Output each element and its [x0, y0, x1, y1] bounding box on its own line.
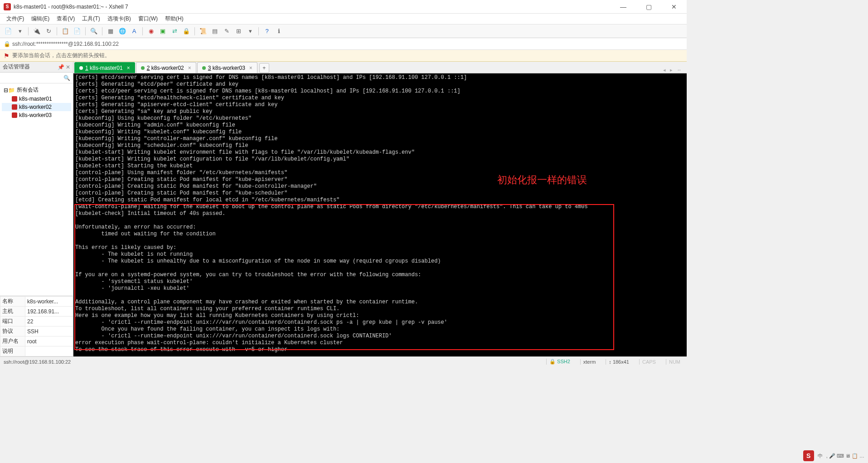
script-icon[interactable]: 📜 [199, 27, 208, 36]
size-icon: ↕ [609, 359, 611, 365]
status-dot-icon [202, 66, 206, 70]
close-button[interactable]: ✕ [665, 3, 683, 10]
status-num: NUM [666, 359, 683, 365]
menubar: 文件(F) 编辑(E) 查看(V) 工具(T) 选项卡(B) 窗口(W) 帮助(… [0, 14, 687, 24]
property-row: 主机192.168.91... [0, 307, 73, 317]
window-titlebar: S k8s-master01 - root@k8s-master01:~ - X… [0, 0, 687, 14]
paste-icon[interactable]: 📄 [73, 27, 82, 36]
tree-root[interactable]: ⊟ 📁 所有会话 [2, 85, 71, 95]
session-tree-item[interactable]: k8s-worker02 [2, 103, 71, 111]
address-url: ssh://root:***************@192.168.91.10… [12, 41, 119, 47]
font-icon[interactable]: A [130, 27, 139, 36]
tab-close-icon[interactable]: × [249, 65, 252, 71]
reconnect-icon[interactable]: ↻ [44, 27, 53, 36]
terminal-view[interactable]: [certs] etcd/server serving cert is sign… [73, 73, 687, 356]
status-size: ↕ 186x41 [606, 359, 632, 365]
connect-icon[interactable]: 🔌 [32, 27, 41, 36]
session-icon [12, 112, 17, 118]
annotation-text: 初始化报一样的错误 [497, 173, 587, 187]
session-properties: 名称k8s-worker...主机192.168.91...端口22协议SSH用… [0, 296, 73, 356]
property-row: 名称k8s-worker... [0, 297, 73, 307]
session-tab[interactable]: 3 k8s-worker03× [197, 62, 257, 73]
transfer-icon[interactable]: ⇄ [170, 27, 179, 36]
filter-icon[interactable]: 🔍 [63, 75, 70, 81]
tab-close-icon[interactable]: × [188, 65, 191, 71]
session-tab[interactable]: 2 k8s-worker02× [136, 62, 196, 73]
new-tab-button[interactable]: + [259, 63, 269, 73]
status-term: xterm [580, 359, 599, 365]
session-icon [12, 104, 17, 110]
status-dot-icon [79, 66, 83, 70]
minimize-button[interactable]: — [614, 3, 632, 10]
collapse-icon[interactable]: ⊟ [4, 87, 8, 93]
session-tree-item[interactable]: k8s-worker03 [2, 111, 71, 119]
record-icon[interactable]: ◉ [146, 27, 155, 36]
copy-icon[interactable]: 📋 [61, 27, 70, 36]
info-flag-icon: ⚑ [4, 52, 10, 59]
session-manager-tools: 🔍 [0, 73, 73, 83]
menu-help[interactable]: 帮助(H) [162, 14, 186, 24]
app-icon: S [4, 3, 11, 10]
search-icon[interactable]: 🔍 [89, 27, 98, 36]
lock-icon[interactable]: 🔒 [182, 27, 191, 36]
new-session-icon[interactable]: 📄 [4, 27, 13, 36]
folder-icon: 📁 [8, 87, 15, 93]
infobar: ⚑ 要添加当前会话，点击左侧的箭头按钮。 [0, 50, 687, 62]
folder-icon[interactable]: ▣ [158, 27, 167, 36]
menu-file[interactable]: 文件(F) [4, 14, 27, 24]
property-row: 协议SSH [0, 327, 73, 336]
layout-dropdown-icon[interactable]: ▾ [246, 27, 255, 36]
menu-options[interactable]: 选项卡(B) [105, 14, 134, 24]
session-tab[interactable]: 1 k8s-master01× [74, 62, 135, 73]
tab-nav-arrows[interactable]: ◂ ▸ ↔ [659, 67, 687, 73]
statusbar: ssh://root@192.168.91.100:22 🔒 SSH2 xter… [0, 356, 687, 366]
help-icon[interactable]: ? [262, 27, 272, 36]
palette-icon[interactable]: ▦ [106, 27, 115, 36]
property-row: 用户名root [0, 336, 73, 346]
window-title: k8s-master01 - root@k8s-master01:~ - Xsh… [14, 4, 614, 10]
menu-window[interactable]: 窗口(W) [136, 14, 160, 24]
session-manager-title: 会话管理器 📌 ✕ [0, 62, 73, 73]
menu-edit[interactable]: 编辑(E) [29, 14, 52, 24]
infobar-text: 要添加当前会话，点击左侧的箭头按钮。 [12, 52, 110, 59]
tab-close-icon[interactable]: × [127, 65, 130, 71]
session-tabbar: 1 k8s-master01×2 k8s-worker02×3 k8s-work… [73, 62, 687, 73]
status-dot-icon [141, 66, 145, 70]
dropdown-icon[interactable]: ▾ [15, 27, 24, 36]
terminal-output: [certs] etcd/server serving cert is sign… [73, 73, 687, 354]
addressbar[interactable]: 🔒 ssh://root:***************@192.168.91.… [0, 38, 687, 50]
property-row: 端口22 [0, 317, 73, 327]
compose-icon[interactable]: ✎ [222, 27, 231, 36]
toolbar: 📄 ▾ 🔌 ↻ 📋 📄 🔍 ▦ 🌐 A ◉ ▣ ⇄ 🔒 📜 ▤ ✎ ⊞ ▾ ? … [0, 24, 687, 38]
globe-icon[interactable]: 🌐 [118, 27, 127, 36]
menu-view[interactable]: 查看(V) [54, 14, 78, 24]
layout-icon[interactable]: ⊞ [234, 27, 243, 36]
ssl-lock-icon: 🔒 [4, 41, 10, 47]
session-icon [12, 96, 17, 102]
session-manager-panel: 会话管理器 📌 ✕ 🔍 ⊟ 📁 所有会话 k8s-master01k8s-wor… [0, 62, 73, 356]
maximize-button[interactable]: ▢ [640, 3, 658, 10]
property-row: 说明 [0, 346, 73, 356]
status-caps: CAPS [639, 359, 659, 365]
macro-icon[interactable]: ▤ [210, 27, 219, 36]
pin-icon[interactable]: 📌 ✕ [58, 64, 70, 70]
status-connection: ssh://root@192.168.91.100:22 [4, 359, 539, 365]
session-tree-item[interactable]: k8s-master01 [2, 95, 71, 103]
about-icon[interactable]: ℹ [274, 27, 283, 36]
session-tree[interactable]: ⊟ 📁 所有会话 k8s-master01k8s-worker02k8s-wor… [0, 83, 73, 296]
status-ssh-icon: 🔒 SSH2 [546, 359, 573, 365]
menu-tools[interactable]: 工具(T) [79, 14, 102, 24]
